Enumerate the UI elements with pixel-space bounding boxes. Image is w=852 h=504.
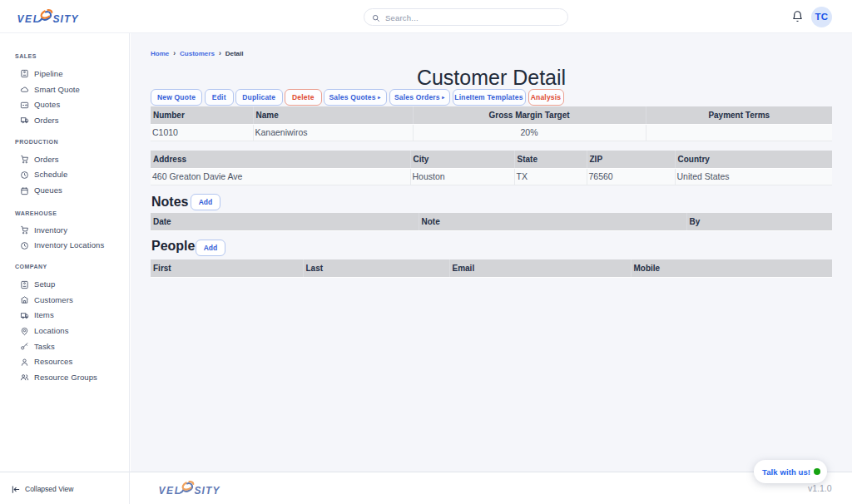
svg-text:VEL: VEL <box>17 13 41 25</box>
svg-text:SITY: SITY <box>195 485 220 497</box>
svg-text:VEL: VEL <box>159 485 182 497</box>
svg-text:SITY: SITY <box>53 13 79 25</box>
